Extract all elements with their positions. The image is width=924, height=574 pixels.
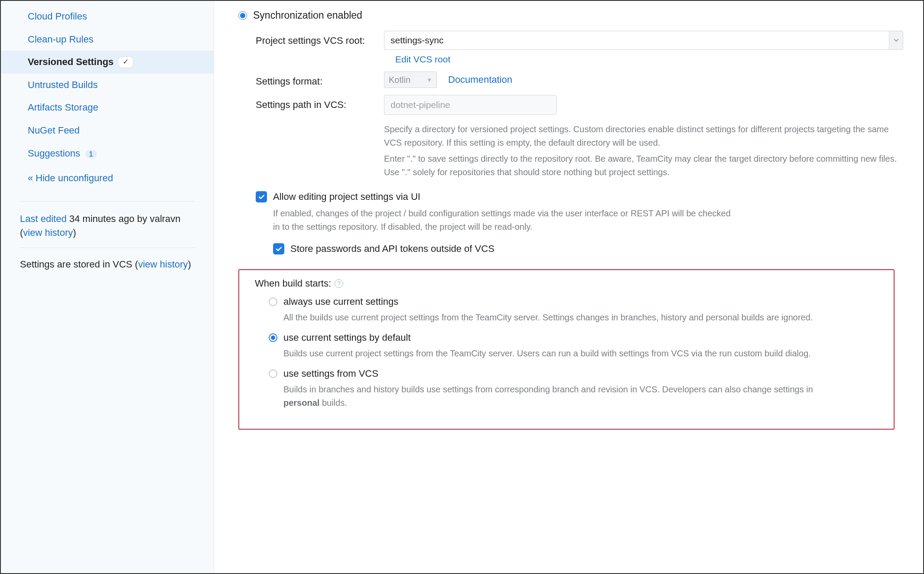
stored-in-vcs-block: Settings are stored in VCS (view history… <box>1 248 214 281</box>
opt-current-default-radio[interactable] <box>269 333 277 342</box>
opt-current-default-label: use current settings by default <box>283 332 411 343</box>
allow-editing-desc: If enabled, changes of the project / bui… <box>273 207 732 234</box>
sidebar-item-suggestions[interactable]: Suggestions 1 <box>1 142 214 165</box>
sync-enabled-label: Synchronization enabled <box>253 10 362 21</box>
settings-path-help: Specify a directory for versioned projec… <box>384 123 903 179</box>
chevron-down-icon: ▼ <box>426 77 432 83</box>
settings-path-placeholder: dotnet-pipeline <box>390 100 450 110</box>
sidebar: Cloud Profiles Clean-up Rules Versioned … <box>1 1 214 573</box>
hide-unconfigured-link[interactable]: « Hide unconfigured <box>1 165 214 192</box>
main-content: Synchronization enabled Project settings… <box>214 1 923 573</box>
sidebar-item-nuget-feed[interactable]: NuGet Feed <box>1 119 214 142</box>
sidebar-item-versioned-settings[interactable]: Versioned Settings ✓ <box>1 51 214 74</box>
sidebar-item-untrusted-builds[interactable]: Untrusted Builds <box>1 74 214 97</box>
view-history-link-2[interactable]: view history <box>138 259 188 270</box>
last-edited-link[interactable]: Last edited <box>20 213 67 224</box>
sidebar-item-cleanup-rules[interactable]: Clean-up Rules <box>1 28 214 51</box>
opt-from-vcs-desc: Builds in branches and history builds us… <box>283 383 830 410</box>
chevron-down-icon <box>889 31 903 49</box>
opt-always-current-radio[interactable] <box>269 297 277 306</box>
sidebar-item-label: Suggestions <box>28 148 80 159</box>
sidebar-item-cloud-profiles[interactable]: Cloud Profiles <box>1 5 214 28</box>
sidebar-item-label: Versioned Settings <box>28 56 114 68</box>
opt-from-vcs-radio[interactable] <box>269 369 277 378</box>
vcs-root-select[interactable]: settings-sync <box>384 31 903 50</box>
allow-editing-checkbox[interactable] <box>256 191 267 202</box>
settings-format-select[interactable]: Kotlin ▼ <box>384 72 437 88</box>
when-build-starts-label: When build starts: <box>255 278 331 289</box>
settings-path-label: Settings path in VCS: <box>256 95 381 115</box>
settings-path-input[interactable]: dotnet-pipeline <box>384 95 556 115</box>
vcs-root-label: Project settings VCS root: <box>256 31 381 65</box>
allow-editing-label: Allow editing project settings via UI <box>273 191 420 202</box>
check-icon: ✓ <box>118 56 133 68</box>
opt-always-current-desc: All the builds use current project setti… <box>283 311 830 324</box>
settings-format-value: Kotlin <box>389 75 410 85</box>
when-build-starts-box: When build starts: ? always use current … <box>238 269 895 430</box>
sync-enabled-radio[interactable] <box>238 11 247 20</box>
store-passwords-checkbox[interactable] <box>273 243 284 254</box>
documentation-link[interactable]: Documentation <box>448 74 512 85</box>
help-icon[interactable]: ? <box>335 279 343 288</box>
opt-current-default-desc: Builds use current project settings from… <box>283 347 830 360</box>
vcs-root-value: settings-sync <box>390 35 444 46</box>
sidebar-item-artifacts-storage[interactable]: Artifacts Storage <box>1 96 214 119</box>
view-history-link[interactable]: view history <box>23 227 73 238</box>
suggestions-badge: 1 <box>85 150 96 158</box>
settings-format-label: Settings format: <box>256 72 381 88</box>
store-passwords-label: Store passwords and API tokens outside o… <box>290 243 495 254</box>
opt-from-vcs-label: use settings from VCS <box>283 368 378 379</box>
last-edited-block: Last edited 34 minutes ago by valravn (v… <box>1 202 214 248</box>
edit-vcs-root-link[interactable]: Edit VCS root <box>395 54 903 65</box>
opt-always-current-label: always use current settings <box>283 296 398 307</box>
